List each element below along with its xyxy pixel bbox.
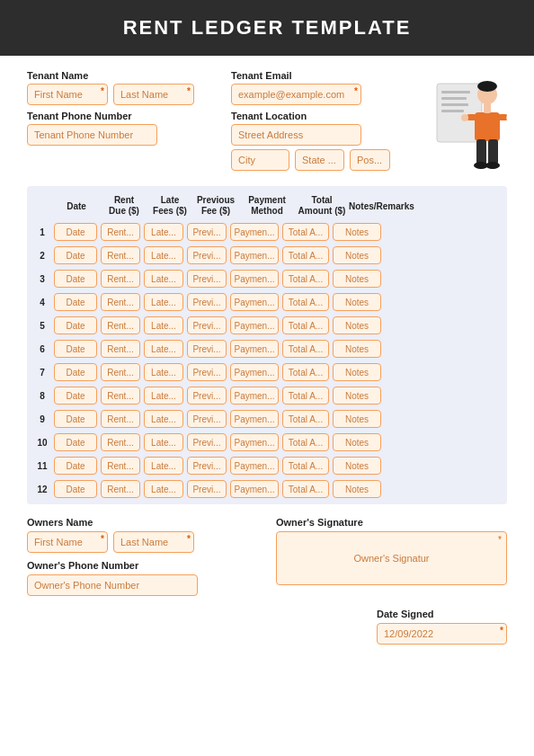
row-date-cell[interactable]: Date bbox=[54, 340, 97, 358]
row-prev-cell[interactable]: Previ... bbox=[187, 223, 227, 241]
row-prev-cell[interactable]: Previ... bbox=[187, 387, 227, 405]
tenant-pos-field[interactable]: Pos... bbox=[350, 149, 390, 171]
row-notes-cell[interactable]: Notes bbox=[333, 316, 381, 334]
row-date-cell[interactable]: Date bbox=[54, 363, 97, 381]
row-prev-cell[interactable]: Previ... bbox=[187, 340, 227, 358]
row-prev-cell[interactable]: Previ... bbox=[187, 363, 227, 381]
row-rent-cell[interactable]: Rent... bbox=[101, 316, 140, 334]
tenant-city-field[interactable]: City bbox=[231, 149, 289, 171]
owner-last-name-field[interactable]: Last Name * bbox=[113, 531, 194, 553]
row-rent-cell[interactable]: Rent... bbox=[101, 410, 140, 428]
row-total-cell[interactable]: Total A... bbox=[282, 223, 329, 241]
row-late-cell[interactable]: Late... bbox=[144, 246, 183, 264]
row-date-cell[interactable]: Date bbox=[54, 270, 97, 288]
tenant-phone-label: Tenant Phone Number bbox=[27, 111, 213, 121]
row-total-cell[interactable]: Total A... bbox=[282, 433, 329, 451]
row-notes-cell[interactable]: Notes bbox=[333, 270, 381, 288]
row-date-cell[interactable]: Date bbox=[54, 223, 97, 241]
row-notes-cell[interactable]: Notes bbox=[333, 457, 381, 475]
row-rent-cell[interactable]: Rent... bbox=[101, 270, 140, 288]
row-rent-cell[interactable]: Rent... bbox=[101, 340, 140, 358]
tenant-last-name-field[interactable]: Last Name * bbox=[113, 84, 194, 105]
row-method-cell[interactable]: Paymen... bbox=[230, 293, 279, 311]
tenant-state-field[interactable]: State ... bbox=[295, 149, 344, 171]
row-rent-cell[interactable]: Rent... bbox=[101, 480, 140, 498]
row-notes-cell[interactable]: Notes bbox=[333, 223, 381, 241]
row-total-cell[interactable]: Total A... bbox=[282, 387, 329, 405]
row-method-cell[interactable]: Paymen... bbox=[230, 340, 279, 358]
row-late-cell[interactable]: Late... bbox=[144, 433, 183, 451]
tenant-first-name-field[interactable]: First Name * bbox=[27, 84, 108, 105]
row-date-cell[interactable]: Date bbox=[54, 316, 97, 334]
row-late-cell[interactable]: Late... bbox=[144, 410, 183, 428]
row-notes-cell[interactable]: Notes bbox=[333, 293, 381, 311]
row-date-cell[interactable]: Date bbox=[54, 387, 97, 405]
row-late-cell[interactable]: Late... bbox=[144, 457, 183, 475]
row-late-cell[interactable]: Late... bbox=[144, 387, 183, 405]
row-prev-cell[interactable]: Previ... bbox=[187, 316, 227, 334]
row-total-cell[interactable]: Total A... bbox=[282, 480, 329, 498]
row-total-cell[interactable]: Total A... bbox=[282, 363, 329, 381]
row-prev-cell[interactable]: Previ... bbox=[187, 270, 227, 288]
row-late-cell[interactable]: Late... bbox=[144, 340, 183, 358]
row-prev-cell[interactable]: Previ... bbox=[187, 410, 227, 428]
row-date-cell[interactable]: Date bbox=[54, 246, 97, 264]
row-date-cell[interactable]: Date bbox=[54, 410, 97, 428]
row-rent-cell[interactable]: Rent... bbox=[101, 246, 140, 264]
row-late-cell[interactable]: Late... bbox=[144, 223, 183, 241]
row-total-cell[interactable]: Total A... bbox=[282, 316, 329, 334]
row-prev-cell[interactable]: Previ... bbox=[187, 480, 227, 498]
row-total-cell[interactable]: Total A... bbox=[282, 340, 329, 358]
row-method-cell[interactable]: Paymen... bbox=[230, 433, 279, 451]
row-date-cell[interactable]: Date bbox=[54, 480, 97, 498]
row-method-cell[interactable]: Paymen... bbox=[230, 363, 279, 381]
row-late-cell[interactable]: Late... bbox=[144, 363, 183, 381]
row-late-cell[interactable]: Late... bbox=[144, 316, 183, 334]
row-date-cell[interactable]: Date bbox=[54, 433, 97, 451]
row-prev-cell[interactable]: Previ... bbox=[187, 246, 227, 264]
row-prev-cell[interactable]: Previ... bbox=[187, 293, 227, 311]
row-prev-cell[interactable]: Previ... bbox=[187, 433, 227, 451]
row-total-cell[interactable]: Total A... bbox=[282, 246, 329, 264]
row-method-cell[interactable]: Paymen... bbox=[230, 387, 279, 405]
row-method-cell[interactable]: Paymen... bbox=[230, 270, 279, 288]
row-notes-cell[interactable]: Notes bbox=[333, 340, 381, 358]
tenant-phone-field[interactable]: Tenant Phone Number bbox=[27, 124, 157, 146]
row-rent-cell[interactable]: Rent... bbox=[101, 293, 140, 311]
row-rent-cell[interactable]: Rent... bbox=[101, 433, 140, 451]
tenant-street-field[interactable]: Street Address bbox=[231, 124, 361, 146]
row-rent-cell[interactable]: Rent... bbox=[101, 363, 140, 381]
row-notes-cell[interactable]: Notes bbox=[333, 387, 381, 405]
row-total-cell[interactable]: Total A... bbox=[282, 457, 329, 475]
row-late-cell[interactable]: Late... bbox=[144, 480, 183, 498]
date-signed-field[interactable]: 12/09/2022 * bbox=[377, 623, 507, 645]
row-total-cell[interactable]: Total A... bbox=[282, 270, 329, 288]
row-method-cell[interactable]: Paymen... bbox=[230, 480, 279, 498]
row-method-cell[interactable]: Paymen... bbox=[230, 316, 279, 334]
row-notes-cell[interactable]: Notes bbox=[333, 433, 381, 451]
row-notes-cell[interactable]: Notes bbox=[333, 246, 381, 264]
owner-phone-field[interactable]: Owner's Phone Number bbox=[27, 574, 198, 596]
row-rent-cell[interactable]: Rent... bbox=[101, 457, 140, 475]
row-rent-cell[interactable]: Rent... bbox=[101, 223, 140, 241]
owner-first-name-field[interactable]: First Name * bbox=[27, 531, 108, 553]
row-method-cell[interactable]: Paymen... bbox=[230, 223, 279, 241]
row-date-cell[interactable]: Date bbox=[54, 293, 97, 311]
row-notes-cell[interactable]: Notes bbox=[333, 363, 381, 381]
th-method: PaymentMethod bbox=[239, 195, 295, 217]
tenant-email-field[interactable]: example@example.com * bbox=[231, 84, 361, 105]
owner-signature-box[interactable]: Owner's Signatur * bbox=[276, 531, 507, 585]
row-date-cell[interactable]: Date bbox=[54, 457, 97, 475]
owners-name-label: Owners Name bbox=[27, 517, 258, 528]
row-method-cell[interactable]: Paymen... bbox=[230, 246, 279, 264]
row-total-cell[interactable]: Total A... bbox=[282, 293, 329, 311]
row-late-cell[interactable]: Late... bbox=[144, 270, 183, 288]
row-rent-cell[interactable]: Rent... bbox=[101, 387, 140, 405]
row-method-cell[interactable]: Paymen... bbox=[230, 410, 279, 428]
row-late-cell[interactable]: Late... bbox=[144, 293, 183, 311]
row-total-cell[interactable]: Total A... bbox=[282, 410, 329, 428]
row-prev-cell[interactable]: Previ... bbox=[187, 457, 227, 475]
row-notes-cell[interactable]: Notes bbox=[333, 480, 381, 498]
row-method-cell[interactable]: Paymen... bbox=[230, 457, 279, 475]
row-notes-cell[interactable]: Notes bbox=[333, 410, 381, 428]
